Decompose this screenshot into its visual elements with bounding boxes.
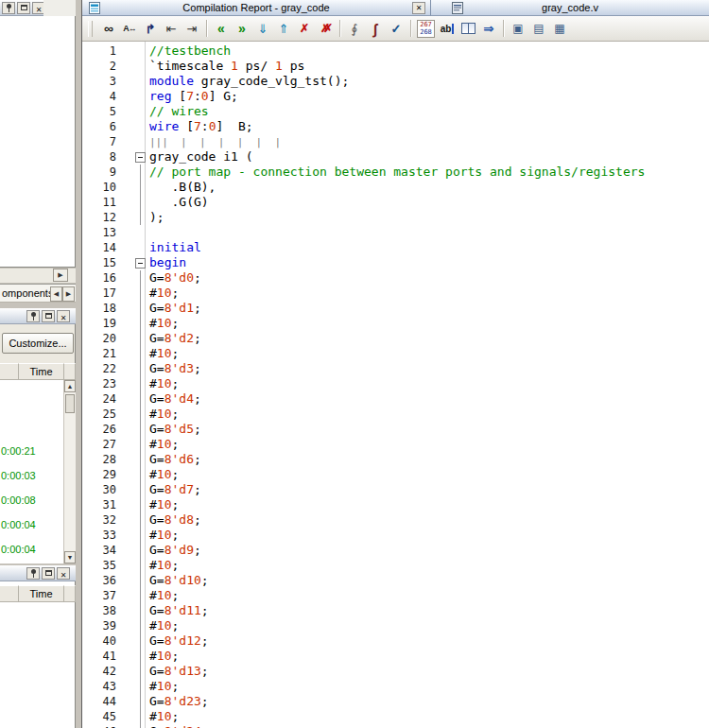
code-line[interactable]: 34G=8'd9; [82,543,709,558]
code-line[interactable]: 3module gray_code_vlg_tst(); [82,74,709,89]
code-line[interactable]: 19#10; [82,316,709,331]
panel-header-status[interactable] [0,308,76,324]
report-window-titlebar[interactable]: Compilation Report - gray_code [82,0,431,16]
close-button[interactable] [412,2,425,14]
time-cell[interactable]: 0:00:08 [1,494,36,507]
code-line[interactable]: 17#10; [82,286,709,301]
curve-icon[interactable] [365,19,386,38]
toolbar-grip[interactable] [88,21,93,37]
code-line[interactable]: 18G=8'd1; [82,301,709,316]
code-line[interactable]: 31#10; [82,497,709,512]
tab-scroll-right-button[interactable] [62,286,75,302]
code-line[interactable]: 46G=8'd24; [82,724,709,728]
fold-marker[interactable] [116,149,149,165]
code-line[interactable]: 35#10; [82,558,709,573]
code-line[interactable]: 38G=8'd11; [82,603,709,618]
code-line[interactable]: 27#10; [82,437,709,452]
code-line[interactable]: 44G=8'd23; [82,694,709,709]
panel-header-top[interactable] [0,0,43,16]
column-header-blank[interactable] [64,585,76,602]
code-line[interactable]: 9// port map - connection between master… [82,165,709,180]
code-line[interactable]: 37#10; [82,588,709,603]
restore-icon[interactable] [42,567,55,580]
bm-del-icon[interactable] [294,19,315,38]
bm-next-icon[interactable] [252,19,273,38]
time-cell[interactable]: 0:00:21 [1,445,36,458]
column-header-blank[interactable] [0,363,19,380]
bm-prev-icon[interactable] [273,19,294,38]
column-header-time[interactable]: Time [19,585,64,602]
vertical-scrollbar[interactable] [63,380,76,563]
code-editor[interactable]: 1//testbench2`timescale 1 ps/ 1 ps3modul… [82,42,709,728]
indent-icon[interactable] [182,19,202,38]
column-header-blank[interactable] [64,363,76,380]
time-cell[interactable]: 0:00:04 [1,519,36,531]
code-line[interactable]: 22G=8'd3; [82,361,709,376]
code-line[interactable]: 10 .B(B), [82,180,709,195]
attach-icon[interactable] [344,19,365,38]
line-counter[interactable]: 267268 [417,20,435,38]
uncomment-icon[interactable] [232,19,252,38]
goto-icon[interactable] [140,19,161,38]
code-line[interactable]: 12); [82,210,709,225]
code-line[interactable]: 7||| | | | | | | [82,134,709,149]
go-icon[interactable] [478,19,499,38]
code-line[interactable]: 15begin [82,255,709,270]
column-header-time[interactable]: Time [19,363,64,380]
code-line[interactable]: 6wire [7:0] B; [82,119,709,134]
restore-icon[interactable] [17,2,30,14]
code-line[interactable]: 29#10; [82,467,709,482]
code-line[interactable]: 21#10; [82,346,709,361]
scroll-up-button[interactable] [64,380,76,392]
code-line[interactable]: 40G=8'd12; [82,633,709,649]
column-header-blank[interactable] [0,585,19,602]
code-line[interactable]: 30G=8'd7; [82,482,709,497]
code-line[interactable]: 1//testbench [82,43,709,59]
code-line[interactable]: 39#10; [82,618,709,633]
close-icon[interactable] [57,310,70,322]
pin-icon[interactable] [2,2,15,14]
code-line[interactable]: 8gray_code i1 ( [82,149,709,165]
tab-scroll-left-button[interactable] [50,286,62,302]
horizontal-scrollbar[interactable] [0,269,76,283]
code-line[interactable]: 4reg [7:0] G; [82,89,709,104]
comment-icon[interactable] [211,19,232,38]
code-line[interactable]: 11 .G(G) [82,195,709,210]
code-line[interactable]: 42G=8'd13; [82,664,709,679]
pin-icon[interactable] [26,310,40,322]
code-line[interactable]: 33#10; [82,528,709,543]
outdent-icon[interactable] [161,19,182,38]
code-line[interactable]: 32G=8'd8; [82,512,709,528]
time-cell[interactable]: 0:00:03 [1,470,36,482]
replace-icon[interactable] [119,19,140,38]
panel-header-messages[interactable] [0,565,76,581]
scroll-down-button[interactable] [64,551,76,563]
bm-delall-icon[interactable] [315,19,336,38]
code-line[interactable]: 14initial [82,240,709,255]
scroll-right-button[interactable] [53,269,68,282]
editor-window-titlebar[interactable]: gray_code.v [431,0,709,16]
components-tab[interactable]: omponents [0,284,76,303]
customize-button[interactable]: Customize... [2,333,74,354]
scrollbar-thumb[interactable] [65,394,75,413]
win2-icon[interactable] [528,19,549,38]
code-line[interactable]: 13 [82,225,709,240]
win3-icon[interactable] [549,19,570,38]
split-view-icon[interactable] [458,19,478,38]
word-wrap-icon[interactable]: ab [437,19,458,38]
code-line[interactable]: 26G=8'd5; [82,422,709,437]
code-line[interactable]: 24G=8'd4; [82,391,709,407]
code-line[interactable]: 25#10; [82,407,709,422]
code-line[interactable]: 43#10; [82,679,709,694]
time-cell[interactable]: 0:00:04 [1,544,36,556]
win1-icon[interactable] [508,19,528,38]
code-line[interactable]: 23#10; [82,376,709,391]
check-icon[interactable] [386,19,406,38]
pin-icon[interactable] [26,567,40,580]
code-line[interactable]: 36G=8'd10; [82,573,709,588]
fold-marker[interactable] [116,255,149,270]
code-line[interactable]: 20G=8'd2; [82,331,709,346]
find-icon[interactable] [98,19,119,38]
code-line[interactable]: 41#10; [82,649,709,664]
code-line[interactable]: 2`timescale 1 ps/ 1 ps [82,59,709,74]
